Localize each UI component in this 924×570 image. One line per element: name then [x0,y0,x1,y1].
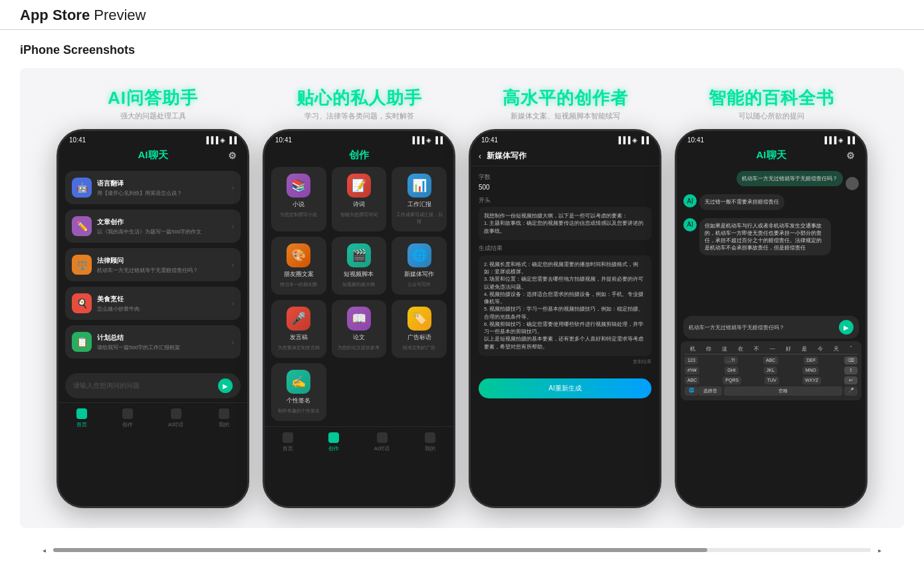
chevron-right-icon-2: › [232,223,234,230]
moments-icon: 🎨 [287,243,310,267]
chat-area: 机动车一方无过错就等于无赔偿责任吗？ AI 无过错一般不需要承担赔偿责任 AI … [677,167,866,313]
menu-item-translate[interactable]: 🤖 语言翻译 用【请开心见到你】用英语怎么说？ › [65,171,241,204]
grid-item-signature[interactable]: ✍️ 个性签名 制作有趣的个性签名 [271,363,326,421]
result-text: 2. 视频长度和格式：确定您的视频需要的播放时间和拍摄格式，例如：竖屏或横屏。3… [484,261,646,351]
ad-icon: 🏷️ [407,307,431,331]
phone-1-headline: AI问答助手 [108,88,198,108]
gear-icon[interactable]: ⚙ [228,150,237,161]
report-icon: 📊 [407,174,431,198]
screenshots-container[interactable]: AI问答助手 强大的问题处理工具 10:41 ▐▐▐ ◈ ▐▐ AI聊天 ⚙ [20,68,904,528]
keyboard-row-4: 🌐 选拼音 空格 🎤 [685,386,858,396]
novel-icon: 📚 [287,174,310,198]
menu-text-writing: 文章创作 以《我的高中生活》为题写一篇500字的作文 [97,217,232,235]
phone1-title: AI聊天 [138,149,168,162]
phone-4-subheadline: 可以随心所欲的提问 [739,111,804,121]
menu-item-writing[interactable]: ✏️ 文章创作 以《我的高中生活》为题写一篇500字的作文 › [65,210,241,243]
grid-item-moments[interactable]: 🎨 朋友圈文案 情侣专一的朋友圈 [271,237,326,295]
grid-item-video[interactable]: 🎬 短视频脚本 短视频拍摄大纲 [332,237,387,295]
key-jkl[interactable]: JKL [764,366,777,374]
key-punc[interactable]: …?! [724,356,738,364]
menu-item-plan[interactable]: 📋 计划总结 请给我写一篇500字的工作汇报框架 › [65,325,241,358]
phone-2-frame: 10:41 ▐▐▐ ◈ ▐▐ 创作 📚 小说 为您定制撰写小说 📝 [263,129,455,508]
chat-question-text: 机动车一方无过错就等于无赔偿责任吗？ [689,324,784,331]
key-mno[interactable]: MNO [802,366,818,374]
phone-3-subheadline: 新媒体文案、短视频脚本智能续写 [511,111,620,121]
key-wxyz[interactable]: WXYZ [802,376,821,384]
menu-item-cooking[interactable]: 🍳 美食烹饪 怎么做小炒黄牛肉 › [65,287,241,320]
keyboard-row-2: #%¥ GHI JKL MNO ⇧ [685,366,858,374]
key-backspace[interactable]: ⌫ [844,356,858,364]
menu-icon-writing: ✏️ [72,216,92,236]
phone-4-headline: 智能的百科全书 [709,88,834,108]
key-def[interactable]: DEF [804,356,818,364]
menu-item-legal[interactable]: ⚖️ 法律顾问 机动车一方无过错就等于无需赔偿责任吗？ › [65,248,241,281]
user-message-1: 机动车一方无过错就等于无赔偿责任吗？ [683,171,859,190]
nav-me-2[interactable]: 我的 [425,432,435,452]
grid-item-thesis[interactable]: 📖 论文 为您的论文提供参考 [332,300,387,358]
scroll-left-arrow[interactable]: ◂ [43,547,46,554]
nav-home-2[interactable]: 首页 [283,432,293,452]
regenerate-button[interactable]: AI重新生成 [479,378,651,398]
key-mic[interactable]: 🎤 [844,386,858,396]
phone4-app-header: AI聊天 ⚙ [677,146,866,167]
chevron-right-icon-3: › [232,261,234,269]
send-button[interactable]: ▶ [218,378,233,393]
back-arrow-icon[interactable]: ‹ [479,152,481,161]
nav-home[interactable]: 首页 [76,408,87,428]
menu-desc-plan: 请给我写一篇500字的工作汇报框架 [97,344,232,351]
grid-item-speech[interactable]: 🎤 发言稿 为您量身定制发言稿 [271,300,326,358]
gear-icon-4[interactable]: ⚙ [846,150,855,161]
phone-2-subheadline: 学习、法律等各类问题，实时解答 [304,111,414,121]
phone-1-wrapper: AI问答助手 强大的问题处理工具 10:41 ▐▐▐ ◈ ▐▐ AI聊天 ⚙ [57,88,249,508]
key-return[interactable]: ↩ [844,376,858,384]
keyboard-row-1: 123 …?! ABC DEF ⌫ [685,356,858,364]
key-pinyin[interactable]: 选拼音 [698,386,722,396]
key-123[interactable]: 123 [685,356,698,364]
chat-send-icon[interactable]: ▶ [839,320,854,335]
phone1-app-header: AI聊天 ⚙ [58,146,247,167]
key-abc2[interactable]: ABC [685,376,699,384]
status-bar-1: 10:41 ▐▐▐ ◈ ▐▐ [58,131,247,146]
grid-item-report[interactable]: 📊 工作汇报 工作成果写成汇报，日报 [392,167,447,231]
video-icon: 🎬 [347,243,371,267]
section-title: iPhone Screenshots [20,43,904,57]
key-hash[interactable]: #%¥ [685,366,699,374]
key-pqrs[interactable]: PQRS [723,376,741,384]
copy-btn-area: 复制结果 [479,358,651,365]
phone-1-frame: 10:41 ▐▐▐ ◈ ▐▐ AI聊天 ⚙ 🤖 语言翻译 用【请 [57,129,249,508]
key-tuv[interactable]: TUV [764,376,779,384]
grid-item-novel[interactable]: 📚 小说 为您定制撰写小说 [271,167,326,231]
nav-me[interactable]: 我的 [219,408,229,428]
grid-item-ad[interactable]: 🏷️ 广告标语 校准定制的广告 [392,300,447,358]
menu-text-plan: 计划总结 请给我写一篇500字的工作汇报框架 [97,333,232,351]
chat-question-bar[interactable]: 机动车一方无过错就等于无赔偿责任吗？ ▶ [683,316,859,339]
key-abc[interactable]: ABC [763,356,778,364]
result-area: 2. 视频长度和格式：确定您的视频需要的播放时间和拍摄格式，例如：竖屏或横屏。3… [479,255,651,356]
nav-create[interactable]: 创作 [122,408,133,428]
key-space[interactable]: 空格 [724,386,842,396]
scrollbar-thumb[interactable] [53,548,707,552]
menu-desc-writing: 以《我的高中生活》为题写一篇500字的作文 [97,228,232,235]
key-ghi[interactable]: GHI [725,366,738,374]
key-shift[interactable]: ⇧ [844,366,858,374]
status-bar-3: 10:41 ▐▐▐ ◈ ▐▐ [471,131,659,146]
phone-4-inner: 10:41 ▐▐▐ ◈ ▐▐ AI聊天 ⚙ 机动车一方无过错就等于无赔偿责任吗？ [677,131,866,506]
chat-input-bar[interactable]: 请输入您想询问的问题 ▶ [65,373,241,398]
menu-text-translate: 语言翻译 用【请开心见到你】用英语怎么说？ [97,179,232,197]
nav-create-2[interactable]: 创作 [328,432,339,452]
key-globe[interactable]: 🌐 [685,386,698,396]
nav-ai[interactable]: AI对话 [168,408,184,428]
grid-item-media[interactable]: 🌐 新媒体写作 公众号写作 [392,237,447,295]
scrollbar-track[interactable] [53,548,871,552]
menu-desc-translate: 用【请开心见到你】用英语怎么说？ [97,190,232,197]
nav-ai-2[interactable]: AI对话 [374,432,390,452]
user-bubble-1: 机动车一方无过错就等于无赔偿责任吗？ [737,171,843,186]
scrollbar-wrapper: ◂ ▸ [33,548,891,552]
phone-2-inner: 10:41 ▐▐▐ ◈ ▐▐ 创作 📚 小说 为您定制撰写小说 📝 [265,131,453,506]
grid-item-poetry[interactable]: 📝 诗词 智能为您撰写诗词 [332,167,387,231]
scroll-right-arrow[interactable]: ▸ [878,547,881,554]
phone-1-subheadline: 强大的问题处理工具 [120,111,186,121]
writing-body: 字数 500 开头 我想制作一份短视频拍摄大纲，以下是一些可以考虑的要素：1. … [471,166,659,373]
menu-icon-translate: 🤖 [72,178,92,198]
word-count-label: 字数 [479,173,651,182]
